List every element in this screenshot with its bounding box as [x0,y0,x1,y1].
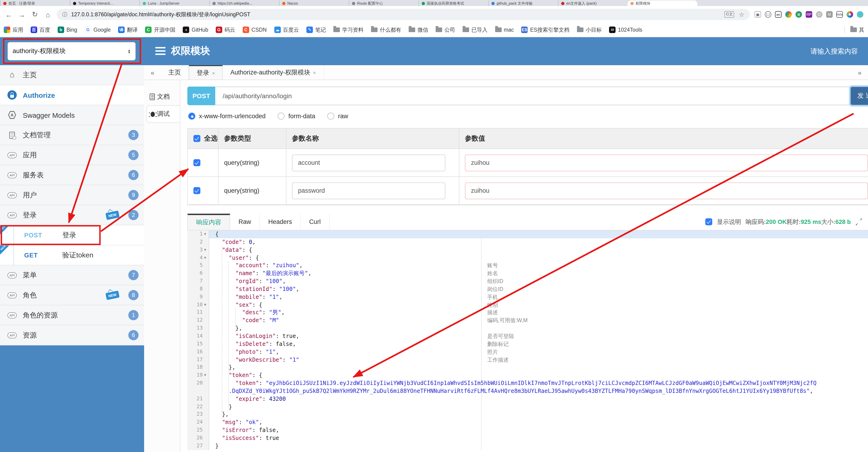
fold-arrow-icon[interactable]: ▼ [204,230,206,238]
fold-arrow-icon[interactable]: ▼ [204,301,206,309]
bookmark-item[interactable]: G码云 [216,26,235,33]
extension-icon[interactable]: M [826,11,833,18]
sidebar-item-主页[interactable]: ⌂主页 [0,65,144,85]
bookmark-item[interactable]: 什么都有 [371,26,401,33]
browser-tab[interactable]: github_pack 文件传输 [488,0,558,6]
browser-tab[interactable]: Luna - JumpServer [140,0,209,6]
select-all-checkbox[interactable] [193,135,200,142]
workspace-tab-Authorize-authority-权限模块[interactable]: Authorize-authority-权限模块× [223,65,324,80]
bookmark-item[interactable]: 小目标 [577,26,601,33]
fold-arrow-icon[interactable]: ▼ [204,254,206,262]
header-search-input[interactable]: 请输入搜索内容 [811,47,858,56]
sidebar-item-post-登录[interactable]: NEWPOST登录 [0,225,144,245]
translate-icon[interactable]: G文 [724,11,734,18]
bookmark-item[interactable]: 译翻译 [118,26,137,33]
bookmark-item[interactable]: GGoogle [85,27,111,33]
response-tab-Curl[interactable]: Curl [301,214,330,230]
body-type-radio-x-www-form-urlencoded[interactable] [188,113,195,120]
forward-icon[interactable]: → [18,10,26,19]
close-tab-icon[interactable]: × [313,69,316,75]
body-type-radio-raw[interactable] [327,113,334,120]
module-select[interactable]: authority-权限模块 ▲▼ [7,42,136,60]
sidebar-item-菜单[interactable]: API菜单7 [0,265,144,285]
browser-tab[interactable]: Nacos [279,0,349,6]
menu-toggle-icon[interactable] [155,45,165,57]
sidebar-item-应用[interactable]: API应用5 [0,145,144,165]
bookmark-item[interactable]: ◖GitHub [183,27,208,33]
response-tab-Headers[interactable]: Headers [260,214,301,230]
expand-tabs-icon[interactable]: » [851,65,868,80]
home-icon[interactable]: ⌂ [44,10,52,19]
bookmark-item[interactable]: mac [495,27,514,33]
extension-icon[interactable]: ⊕ [796,11,802,18]
collapse-tabs-icon[interactable]: « [144,65,161,80]
bookmark-item[interactable]: CCSDN [243,27,267,33]
fold-arrow-icon[interactable]: ▼ [204,371,206,379]
sidebar-item-Authorize[interactable]: Authorize [0,85,144,105]
param-name-input[interactable]: account [292,154,445,171]
bookmark-star-icon[interactable]: ☆ [739,11,744,18]
sidebar-item-资源[interactable]: API资源6 [0,326,144,345]
extension-icon[interactable]: {..} [765,11,771,18]
profile-avatar[interactable] [857,11,863,18]
browser-tab[interactable]: Temporary Interacti… [70,0,140,6]
extension-icon[interactable] [785,11,792,18]
body-type-radio-form-data[interactable] [278,113,285,120]
workspace-tab-登录[interactable]: 登录× [189,65,223,80]
send-button[interactable]: 发送 [850,87,868,105]
browser-tab[interactable]: Route 配置中心 [349,0,418,6]
other-bookmarks[interactable]: 其 [844,26,864,33]
extension-icon[interactable]: ▣ [754,11,761,18]
address-bar[interactable]: ⓘ 127.0.0.1:8760/api/gate/doc.html#/auth… [57,9,750,20]
bookmark-item[interactable]: 应用 [4,26,23,33]
sidebar-item-get-验证token[interactable]: NEWGET验证token [0,245,144,265]
bookmark-item[interactable]: 学习资料 [333,26,364,33]
bookmark-item[interactable]: 已导入 [463,26,488,33]
param-checkbox[interactable] [193,159,200,166]
close-tab-icon[interactable]: × [212,70,215,76]
doc-sidebar-tab-文档[interactable]: 文档 [144,88,180,105]
bookmark-item[interactable]: bBing [58,27,77,33]
bookmark-item[interactable]: 微信 [409,26,428,33]
sidebar-item-用户[interactable]: API用户9 [0,185,144,205]
bookmark-item[interactable]: C开源中国 [145,26,175,33]
expand-icon[interactable]: ↗↙ [856,218,862,225]
browser-tab[interactable]: 国家执业药师资格考试 [418,0,488,6]
reload-icon[interactable]: ↻ [31,10,39,19]
browser-tab[interactable]: en文件递入 (pack) [558,0,628,6]
param-name-input[interactable]: password [292,182,445,199]
bookmark-item[interactable]: ESES搜索引擎文档 [521,26,569,33]
param-checkbox[interactable] [193,187,200,194]
sidebar-item-登录[interactable]: API登录NEW2 [0,205,144,225]
browser-tab[interactable]: 首页 · 注册/登录 [0,0,70,6]
response-tab-响应内容[interactable]: 响应内容 [187,214,230,230]
sidebar-item-角色的资源[interactable]: API角色的资源1 [0,305,144,326]
extension-icon[interactable]: en [775,11,781,18]
sidebar-item-文档管理[interactable]: 文档管理3 [0,125,144,145]
workspace-tab-主页[interactable]: 主页 [161,65,189,80]
browser-tab[interactable]: 权限模块 [628,0,698,6]
browser-tab[interactable]: https://zh.wikipedia… [209,0,279,6]
back-icon[interactable]: ← [5,10,13,19]
extension-icon[interactable]: RP [806,11,812,18]
bookmark-item[interactable]: 公司 [436,26,455,33]
param-value-input[interactable]: zuihou [465,154,868,171]
show-desc-checkbox[interactable] [705,218,712,225]
sidebar-item-角色[interactable]: API角色NEW8 [0,285,144,305]
extension-icon[interactable]: ✱ [847,11,853,18]
bookmark-item[interactable]: 101024Tools [609,27,642,33]
request-url-input[interactable]: /api/authority/anno/login [215,87,849,105]
fold-arrow-icon[interactable]: ▼ [204,246,206,254]
sidebar-item-服务表[interactable]: API服务表6 [0,165,144,185]
page-info-icon[interactable]: ⓘ [62,11,67,18]
bookmark-item[interactable]: ☁百度云 [274,26,299,33]
gitzip-extension-icon[interactable]: GitZip [836,11,843,18]
sidebar-item-Swagger Models[interactable]: Swagger Models [0,105,144,125]
extension-icon[interactable]: O [816,11,823,18]
sidebar-item-label: 登录 [23,210,37,220]
bookmark-item[interactable]: 百百度 [31,26,50,33]
doc-sidebar-tab-调试[interactable]: 调试 [147,105,180,123]
response-tab-Raw[interactable]: Raw [230,214,260,230]
param-value-input[interactable]: zuihou [465,182,868,199]
bookmark-item[interactable]: ✎笔记 [306,26,326,33]
